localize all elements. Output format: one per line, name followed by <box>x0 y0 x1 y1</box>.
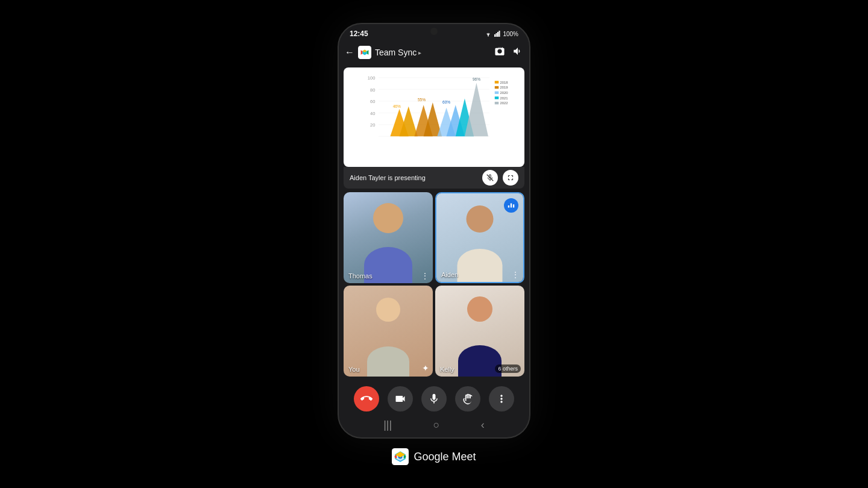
participant-tile-thomas[interactable]: Thomas ⋮ <box>344 192 433 283</box>
speaker-icon[interactable] <box>512 46 523 59</box>
participant-tile-aiden[interactable]: Aiden ⋮ <box>435 192 524 283</box>
svg-text:2022: 2022 <box>500 101 508 105</box>
call-controls <box>339 380 529 415</box>
participant-tile-you[interactable]: You ✦ <box>344 286 433 377</box>
svg-text:2020: 2020 <box>500 91 508 95</box>
svg-text:40: 40 <box>370 111 375 116</box>
svg-text:100: 100 <box>368 75 376 81</box>
nav-home-icon[interactable]: ○ <box>433 419 440 431</box>
svg-rect-37 <box>495 102 499 104</box>
status-bar: 12:45 100% <box>339 24 529 41</box>
wifi-icon <box>485 31 492 37</box>
participant-name-you: You <box>348 366 360 373</box>
participant-menu-thomas[interactable]: ⋮ <box>421 271 429 281</box>
meet-logo <box>358 46 371 59</box>
camera-notch <box>430 28 438 35</box>
google-meet-logo <box>392 448 409 465</box>
svg-text:2019: 2019 <box>500 86 508 89</box>
end-call-button[interactable] <box>354 386 379 411</box>
svg-marker-27 <box>465 83 488 137</box>
top-bar-icons <box>494 46 523 59</box>
back-button[interactable]: ← <box>345 47 354 58</box>
speaking-indicator-aiden <box>504 198 518 213</box>
svg-text:60: 60 <box>370 99 375 104</box>
svg-rect-3 <box>497 32 498 37</box>
svg-rect-33 <box>495 92 499 94</box>
svg-text:96%: 96% <box>473 77 480 81</box>
participant-name-thomas: Thomas <box>348 272 373 280</box>
chart-svg: 100 80 60 40 20 46% 55% <box>348 71 520 149</box>
battery-text: 100% <box>503 31 518 37</box>
participant-photo-thomas <box>344 192 433 283</box>
svg-point-0 <box>488 36 489 37</box>
svg-text:2018: 2018 <box>500 81 508 84</box>
svg-text:20: 20 <box>370 122 375 128</box>
signal-icon <box>494 31 500 37</box>
status-time: 12:45 <box>350 30 368 38</box>
camera-toggle-button[interactable] <box>388 386 413 411</box>
more-options-button[interactable] <box>489 386 514 411</box>
participant-photo-you <box>344 286 433 377</box>
participants-grid: Thomas ⋮ Aiden ⋮ You ✦ <box>339 189 529 380</box>
participant-photo-kelly <box>435 286 524 377</box>
phone-screen: 12:45 100% ← <box>339 24 529 437</box>
svg-rect-29 <box>495 81 499 83</box>
svg-rect-4 <box>499 31 500 37</box>
microphone-button[interactable] <box>421 386 447 411</box>
chart-container: 100 80 60 40 20 46% 55% <box>344 67 524 167</box>
top-bar: ← Team Sync ▸ <box>339 41 529 64</box>
nav-recent-icon[interactable]: ||| <box>383 419 392 431</box>
svg-text:55%: 55% <box>418 98 426 102</box>
svg-rect-35 <box>495 96 499 99</box>
participant-name-aiden: Aiden <box>441 271 458 278</box>
presenter-text: Aiden Tayler is presenting <box>350 174 426 181</box>
svg-text:60%: 60% <box>442 100 450 104</box>
branding-label: Google Meet <box>414 451 476 463</box>
fullscreen-button[interactable] <box>503 170 518 186</box>
raise-hand-button[interactable] <box>455 386 480 411</box>
participant-name-kelly: Kelly <box>440 366 454 373</box>
status-icons: 100% <box>485 31 518 37</box>
meeting-title: Team Sync ▸ <box>375 48 491 57</box>
presentation-area: 100 80 60 40 20 46% 55% <box>344 67 524 167</box>
nav-bar: ||| ○ ‹ <box>339 415 529 437</box>
mute-presenter-button[interactable] <box>482 170 498 186</box>
nav-back-icon[interactable]: ‹ <box>481 419 485 431</box>
others-count-badge: 6 others <box>495 364 521 373</box>
svg-rect-1 <box>494 34 495 37</box>
svg-rect-31 <box>495 86 499 89</box>
switch-camera-icon[interactable] <box>494 46 505 59</box>
svg-text:46%: 46% <box>393 104 401 108</box>
phone-device: 12:45 100% ← <box>338 23 530 439</box>
participant-tile-kelly[interactable]: Kelly 6 others <box>435 286 524 377</box>
svg-rect-2 <box>496 33 497 37</box>
presenter-bar: Aiden Tayler is presenting <box>344 167 524 189</box>
branding: Google Meet <box>392 448 476 465</box>
svg-text:2021: 2021 <box>500 96 508 100</box>
svg-text:80: 80 <box>370 87 375 93</box>
presenter-icons <box>482 170 518 186</box>
participant-menu-aiden[interactable]: ⋮ <box>511 270 520 280</box>
sparkle-icon: ✦ <box>422 363 429 373</box>
meeting-chevron: ▸ <box>418 49 421 56</box>
